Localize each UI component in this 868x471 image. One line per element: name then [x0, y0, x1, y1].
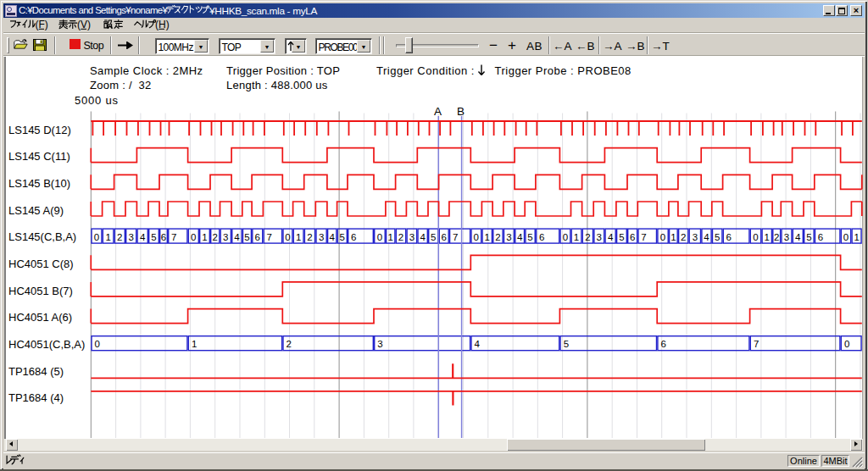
svg-text:LS145 B(10): LS145 B(10): [8, 177, 70, 190]
svg-text:2: 2: [287, 339, 292, 349]
svg-text:5: 5: [244, 232, 249, 242]
svg-text:3: 3: [223, 232, 228, 242]
svg-text:1: 1: [765, 232, 770, 242]
svg-text:6: 6: [660, 339, 665, 349]
svg-text:5: 5: [806, 232, 811, 242]
svg-text:0: 0: [285, 232, 290, 242]
svg-text:3: 3: [319, 232, 324, 242]
svg-text:5: 5: [715, 232, 720, 242]
svg-text:TP1684 (4): TP1684 (4): [8, 391, 64, 404]
svg-text:LS145 C(11): LS145 C(11): [8, 150, 70, 163]
svg-text:LS145(C,B,A): LS145(C,B,A): [8, 230, 76, 243]
svg-text:7: 7: [171, 232, 176, 242]
svg-text:4: 4: [608, 232, 614, 242]
svg-text:HC4051 A(6): HC4051 A(6): [8, 311, 72, 324]
svg-text:6: 6: [726, 232, 732, 242]
svg-text:4: 4: [140, 232, 146, 242]
svg-text:3: 3: [784, 232, 789, 242]
svg-text:7: 7: [453, 232, 458, 242]
svg-text:3: 3: [128, 232, 133, 242]
svg-text:0: 0: [660, 232, 665, 242]
svg-text:4: 4: [795, 232, 801, 242]
svg-text:3: 3: [377, 339, 382, 349]
svg-text:1: 1: [854, 232, 859, 242]
svg-text:5: 5: [431, 232, 436, 242]
svg-text:2: 2: [681, 232, 686, 242]
svg-text:0: 0: [377, 232, 382, 242]
svg-text:0: 0: [563, 232, 568, 242]
svg-text:TP1684 (5): TP1684 (5): [8, 365, 64, 378]
svg-text:5: 5: [340, 232, 345, 242]
svg-text:6: 6: [539, 232, 544, 242]
svg-text:3: 3: [506, 232, 511, 242]
svg-text:7: 7: [754, 339, 759, 349]
svg-text:HC4051 C(8): HC4051 C(8): [8, 258, 74, 270]
svg-text:4: 4: [517, 232, 523, 242]
svg-text:2: 2: [213, 232, 218, 242]
svg-text:1: 1: [105, 232, 110, 242]
svg-text:6: 6: [442, 232, 447, 242]
svg-text:4: 4: [475, 339, 481, 349]
svg-text:6: 6: [630, 232, 635, 242]
svg-text:2: 2: [307, 232, 312, 242]
svg-text:1: 1: [485, 232, 490, 242]
svg-text:4: 4: [234, 232, 240, 242]
svg-text:1: 1: [202, 232, 207, 242]
svg-text:2: 2: [117, 232, 122, 242]
svg-text:3: 3: [693, 232, 698, 242]
svg-text:2: 2: [398, 232, 403, 242]
svg-text:5: 5: [619, 232, 624, 242]
svg-text:7: 7: [641, 232, 646, 242]
svg-text:1: 1: [192, 339, 197, 349]
svg-text:5: 5: [527, 232, 532, 242]
svg-text:6: 6: [351, 232, 356, 242]
svg-text:4: 4: [704, 232, 709, 242]
svg-text:2: 2: [774, 232, 779, 242]
svg-text:LS145 D(12): LS145 D(12): [8, 124, 71, 136]
svg-text:0: 0: [753, 232, 758, 242]
svg-text:4: 4: [420, 232, 426, 242]
svg-text:3: 3: [597, 232, 602, 242]
svg-text:5: 5: [564, 339, 569, 349]
svg-text:1: 1: [296, 232, 301, 242]
svg-text:1: 1: [670, 232, 676, 242]
svg-text:0: 0: [191, 232, 196, 242]
svg-text:2: 2: [585, 232, 590, 242]
svg-text:0: 0: [94, 232, 99, 242]
svg-text:B: B: [457, 105, 465, 118]
svg-text:LS145 A(9): LS145 A(9): [8, 204, 64, 217]
svg-text:A: A: [434, 105, 442, 118]
svg-text:1: 1: [574, 232, 579, 242]
svg-text:4: 4: [330, 232, 336, 242]
svg-text:5: 5: [151, 232, 156, 242]
svg-text:6: 6: [255, 232, 260, 242]
svg-text:6: 6: [818, 232, 823, 242]
svg-text:7: 7: [266, 232, 271, 242]
svg-text:0: 0: [474, 232, 479, 242]
svg-text:HC4051(C,B,A): HC4051(C,B,A): [8, 338, 85, 351]
svg-text:3: 3: [409, 232, 415, 242]
svg-text:0: 0: [844, 339, 849, 349]
svg-text:2: 2: [495, 232, 500, 242]
svg-text:6: 6: [161, 232, 166, 242]
svg-text:1: 1: [388, 232, 393, 242]
svg-text:HC4051 B(7): HC4051 B(7): [8, 285, 73, 297]
svg-text:0: 0: [843, 232, 849, 242]
svg-text:0: 0: [95, 339, 100, 349]
